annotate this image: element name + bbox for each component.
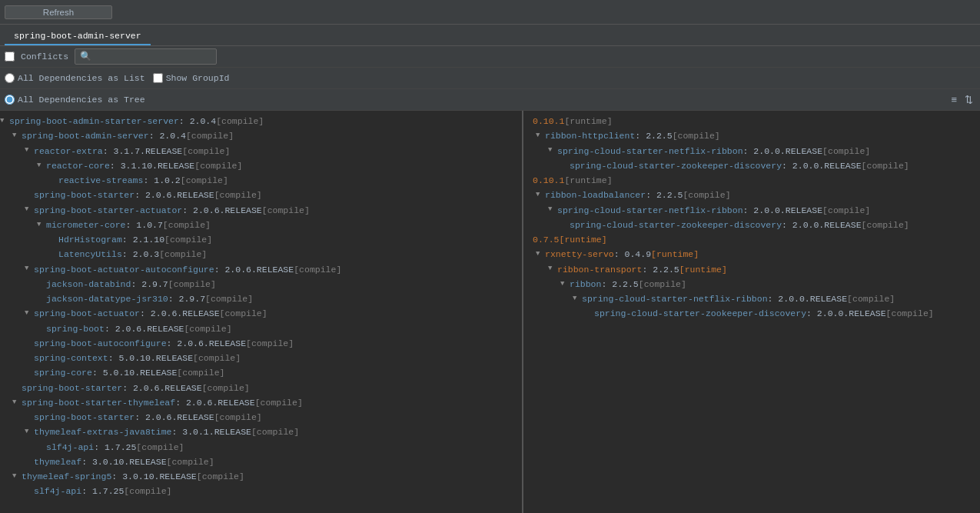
tree-row[interactable]: ▼reactor-extra : 3.1.7.RELEASE [compile] — [0, 144, 522, 158]
radio-all-deps-list[interactable]: All Dependencies as List — [5, 73, 145, 83]
tree-arrow-icon[interactable]: ▼ — [37, 161, 46, 172]
tree-row[interactable]: ▼ribbon-loadbalancer : 2.2.5 [compile] — [523, 188, 980, 202]
dep-scope: [compile] — [886, 307, 934, 320]
tree-arrow-icon[interactable]: ▼ — [536, 131, 545, 142]
tree-row[interactable]: slf4j-api : 1.7.25 [compile] — [0, 440, 522, 455]
sort-icons: ≡ ⇅ — [948, 93, 975, 106]
tree-row[interactable]: ▼spring-boot-admin-server : 2.0.4 [compi… — [0, 128, 522, 143]
dep-scope: [compile] — [847, 292, 895, 305]
tree-row[interactable]: ▼spring-boot-starter-actuator : 2.0.6.RE… — [0, 203, 522, 218]
tree-row[interactable]: ▼micrometer-core : 1.0.7 [compile] — [0, 218, 522, 232]
tree-row[interactable]: slf4j-api : 1.7.25 [compile] — [0, 484, 522, 498]
tree-row[interactable]: ▼spring-cloud-starter-netflix-ribbon : 2… — [523, 291, 980, 306]
tree-row[interactable]: ▼spring-cloud-starter-netflix-ribbon : 2… — [523, 144, 980, 158]
search-input[interactable] — [95, 52, 210, 62]
tree-row[interactable]: jackson-datatype-jsr310 : 2.9.7 [compile… — [0, 291, 522, 306]
dep-version: : 3.1.7.RELEASE — [103, 145, 183, 158]
tree-row[interactable]: ▼rxnetty-servo : 0.4.9 [runtime] — [523, 247, 980, 261]
tree-row[interactable]: spring-cloud-starter-zookeeper-discovery… — [523, 306, 980, 321]
dep-version: : 2.0.0.RELEASE — [743, 204, 823, 217]
tree-arrow-icon[interactable]: ▼ — [25, 145, 34, 156]
dep-name: spring-cloud-starter-netflix-ribbon — [557, 204, 743, 217]
tab-spring-boot-admin-server[interactable]: spring-boot-admin-server — [5, 28, 151, 45]
tree-row[interactable]: ▼ribbon-httpclient : 2.2.5 [compile] — [523, 128, 980, 143]
dep-scope: [compile] — [822, 204, 870, 217]
conflicts-row: Conflicts 🔍 — [0, 46, 980, 68]
tree-arrow-icon[interactable]: ▼ — [25, 427, 34, 438]
right-panel[interactable]: 0.10.1 [runtime]▼ribbon-httpclient : 2.2… — [523, 111, 980, 513]
dep-scope: [compile] — [202, 381, 250, 395]
tree-row[interactable]: ▼thymeleaf-spring5 : 3.0.10.RELEASE [com… — [0, 469, 522, 484]
tree-row[interactable]: spring-cloud-starter-zookeeper-discovery… — [523, 158, 980, 173]
tree-row[interactable]: jackson-databind : 2.9.7 [compile] — [0, 277, 522, 291]
tree-arrow-icon[interactable]: ▼ — [560, 279, 570, 290]
tree-row[interactable]: ▼ribbon : 2.2.5 [compile] — [523, 277, 980, 291]
dep-name: 0.10.1 — [533, 174, 564, 187]
tree-row[interactable]: HdrHistogram : 2.1.10 [compile] — [0, 232, 522, 247]
tree-row[interactable]: thymeleaf : 3.0.10.RELEASE [compile] — [0, 455, 522, 469]
conflicts-checkbox[interactable] — [5, 52, 15, 62]
dep-name: slf4j-api — [46, 441, 94, 454]
tree-row[interactable]: ▼ribbon-transport : 2.2.5 [runtime] — [523, 262, 980, 277]
dep-name: spring-cloud-starter-zookeeper-discovery — [570, 218, 782, 232]
main-content: ▼spring-boot-admin-starter-server : 2.0.… — [0, 111, 980, 513]
checkbox-show-groupid[interactable]: Show GroupId — [153, 73, 230, 83]
dep-version: : 2.0.6.RELEASE — [140, 307, 220, 320]
tree-row[interactable]: ▼thymeleaf-extras-java8time : 3.0.1.RELE… — [0, 425, 522, 439]
tree-row[interactable]: ▼spring-boot-starter-thymeleaf : 2.0.6.R… — [0, 395, 522, 410]
dep-scope: [runtime] — [679, 263, 727, 276]
dep-scope: [compile] — [639, 278, 686, 291]
tree-arrow-icon[interactable]: ▼ — [12, 471, 22, 482]
tree-arrow-icon[interactable]: ▼ — [12, 398, 22, 408]
radio-all-deps-tree[interactable]: All Dependencies as Tree — [5, 95, 145, 105]
dep-version: : 2.0.4 — [149, 129, 186, 142]
tree-row[interactable]: spring-boot-autoconfigure : 2.0.6.RELEAS… — [0, 336, 522, 351]
tree-row[interactable]: ▼spring-boot-actuator-autoconfigure : 2.… — [0, 262, 522, 277]
tree-arrow-icon[interactable]: ▼ — [12, 131, 22, 142]
tree-arrow-icon[interactable]: ▼ — [25, 264, 34, 275]
dep-name: ribbon-httpclient — [545, 129, 635, 142]
tree-arrow-icon[interactable]: ▼ — [0, 116, 9, 127]
tree-arrow-icon[interactable]: ▼ — [37, 220, 46, 231]
tree-arrow-icon[interactable]: ▼ — [548, 205, 557, 215]
dep-version: : 1.7.25 — [94, 441, 136, 454]
tree-row[interactable]: spring-core : 5.0.10.RELEASE [compile] — [0, 365, 522, 380]
dep-version: : 2.2.5 — [642, 263, 679, 276]
dep-scope: [compile] — [194, 159, 242, 172]
dep-version: : 0.4.9 — [614, 248, 651, 261]
tree-row[interactable]: ▼spring-boot-admin-starter-server : 2.0.… — [0, 114, 522, 128]
dep-scope: [compile] — [246, 337, 294, 350]
tree-arrow-icon[interactable]: ▼ — [573, 294, 582, 305]
refresh-button[interactable]: Refresh — [5, 5, 112, 19]
tree-row[interactable]: 0.10.1 [runtime] — [523, 173, 980, 188]
sort-desc-button[interactable]: ⇅ — [962, 93, 975, 106]
tree-row[interactable]: spring-cloud-starter-zookeeper-discovery… — [523, 218, 980, 232]
tree-row[interactable]: spring-boot-starter : 2.0.6.RELEASE [com… — [0, 381, 522, 395]
tree-row[interactable]: LatencyUtils : 2.0.3 [compile] — [0, 247, 522, 261]
tree-row[interactable]: spring-boot-starter : 2.0.6.RELEASE [com… — [0, 188, 522, 202]
tree-arrow-icon[interactable]: ▼ — [25, 308, 34, 319]
tree-row[interactable]: ▼reactor-core : 3.1.10.RELEASE [compile] — [0, 158, 522, 173]
tree-row[interactable]: ▼spring-cloud-starter-netflix-ribbon : 2… — [523, 203, 980, 218]
tree-arrow-icon[interactable]: ▼ — [548, 264, 557, 275]
tree-arrow-icon[interactable]: ▼ — [536, 190, 545, 201]
tree-row[interactable]: spring-boot : 2.0.6.RELEASE [compile] — [0, 321, 522, 336]
tree-row[interactable]: 0.7.5 [runtime] — [523, 232, 980, 247]
tree-row[interactable]: spring-boot-starter : 2.0.6.RELEASE [com… — [0, 410, 522, 425]
dep-scope: [compile] — [124, 485, 171, 498]
tree-arrow-icon[interactable]: ▼ — [25, 205, 34, 215]
tree-row[interactable]: 0.10.1 [runtime] — [523, 114, 980, 128]
dep-scope: [compile] — [251, 425, 299, 438]
tree-arrow-icon[interactable]: ▼ — [536, 249, 545, 260]
sort-asc-button[interactable]: ≡ — [948, 93, 959, 106]
dep-version: : 3.0.10.RELEASE — [81, 455, 166, 468]
search-container: 🔍 — [75, 48, 217, 65]
dep-scope: [runtime] — [564, 115, 612, 128]
tree-row[interactable]: spring-context : 5.0.10.RELEASE [compile… — [0, 351, 522, 365]
left-panel[interactable]: ▼spring-boot-admin-starter-server : 2.0.… — [0, 111, 523, 513]
tree-row[interactable]: reactive-streams : 1.0.2 [compile] — [0, 173, 522, 188]
tree-row[interactable]: ▼spring-boot-actuator : 2.0.6.RELEASE [c… — [0, 306, 522, 321]
dep-scope: [compile] — [294, 263, 341, 276]
dep-version: : 2.2.5 — [635, 129, 672, 142]
tree-arrow-icon[interactable]: ▼ — [548, 145, 557, 156]
